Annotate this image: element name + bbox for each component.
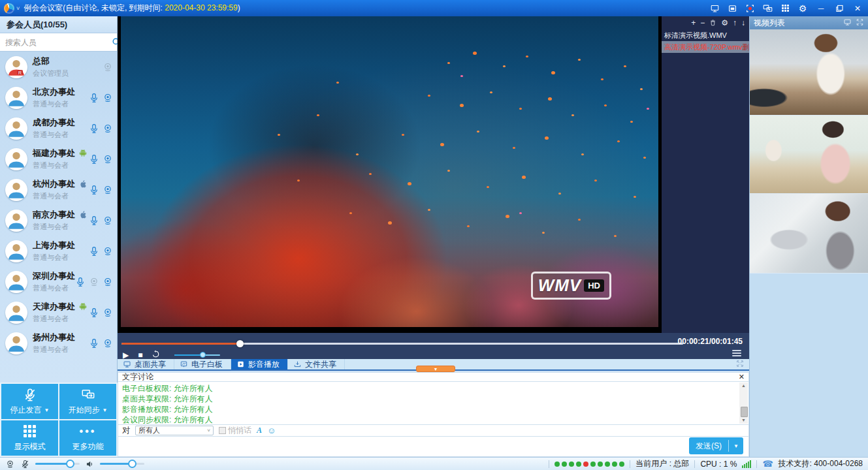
participant-row-shanghai[interactable]: 上海办事处 普通与会者	[0, 236, 117, 266]
mic-icon[interactable]	[89, 215, 99, 227]
playlist-move-down-button[interactable]: ↓	[741, 16, 745, 29]
participant-row-hangzhou[interactable]: 杭州办事处 普通与会者	[0, 174, 117, 205]
seek-bar[interactable]	[121, 340, 683, 347]
mic-icon[interactable]	[89, 307, 99, 319]
seek-thumb[interactable]	[236, 340, 244, 347]
video-thumbnail-1[interactable]	[750, 29, 868, 116]
close-button[interactable]: ✕	[851, 3, 864, 14]
mic-volume-thumb[interactable]	[66, 460, 74, 468]
chat-input-area[interactable]: 发送(S) ▼	[118, 437, 749, 457]
participant-row-fujian[interactable]: 福建办事处 普通与会者	[0, 144, 117, 174]
mic-icon[interactable]	[89, 337, 99, 349]
play-button[interactable]: ▶	[123, 351, 129, 360]
whisper-checkbox[interactable]: 悄悄话	[219, 425, 251, 436]
screen-share-icon[interactable]	[709, 3, 720, 14]
webcam-icon[interactable]	[103, 184, 113, 196]
checkbox-icon[interactable]	[219, 427, 226, 434]
scroll-down-icon[interactable]: ▼	[741, 418, 746, 423]
emoji-icon[interactable]: ☺	[267, 426, 276, 435]
sync-screens-icon	[81, 388, 95, 402]
speaker-volume-slider[interactable]	[100, 461, 144, 467]
webcam-icon[interactable]	[103, 276, 113, 288]
participant-row-hq[interactable]: 总部 会议管理员	[0, 52, 117, 82]
playlist-item-selected[interactable]: 高清演示视频-720P.wmv 删除	[662, 41, 749, 53]
maximize-button[interactable]	[833, 3, 845, 14]
monitor-small-icon[interactable]	[843, 18, 852, 28]
start-sync-button[interactable]: 开始同步▼	[59, 384, 116, 419]
playlist-toggle-icon[interactable]	[732, 349, 741, 358]
participant-row-yangzhou[interactable]: 扬州办事处 普通与会者	[0, 328, 117, 358]
send-options-arrow-icon[interactable]: ▼	[729, 443, 743, 449]
volume-slider[interactable]	[174, 352, 220, 358]
playlist-delete-link[interactable]: 删除	[743, 41, 749, 53]
chat-scrollbar[interactable]: ▲ ▼	[739, 383, 748, 424]
playlist-add-button[interactable]: +	[691, 16, 696, 29]
tab-desktop-share[interactable]: 桌面共享	[118, 359, 174, 369]
dropdown-arrow-icon[interactable]: ▼	[103, 407, 108, 413]
recipient-select[interactable]: 所有人 ˅	[135, 426, 214, 435]
tab-media-playback[interactable]: 影音播放	[231, 359, 288, 369]
search-input[interactable]	[0, 35, 112, 50]
mic-icon[interactable]	[75, 276, 86, 288]
mic-icon[interactable]	[89, 92, 99, 104]
webcam-icon[interactable]	[103, 307, 113, 319]
webcam-icon[interactable]	[103, 61, 113, 73]
webcam-icon[interactable]	[103, 92, 113, 104]
tab-whiteboard[interactable]: 电子白板	[174, 359, 231, 369]
speaker-volume-thumb[interactable]	[128, 460, 137, 468]
minimize-button[interactable]: ─	[814, 3, 828, 14]
webcam-icon[interactable]	[103, 153, 113, 165]
speaker-icon[interactable]	[85, 460, 95, 469]
settings-gear-icon[interactable]: ⚙	[797, 3, 809, 14]
dropdown-arrow-icon[interactable]: ▼	[44, 407, 50, 413]
chat-close-icon[interactable]: ✕	[739, 373, 745, 381]
playlist-settings-icon[interactable]: ⚙	[721, 16, 728, 29]
mic-icon[interactable]	[89, 245, 99, 257]
video-thumbnail-2[interactable]	[750, 116, 868, 194]
avatar	[5, 87, 27, 109]
layout-grid-icon[interactable]	[779, 3, 791, 14]
stop-speaking-button[interactable]: 停止发言▼	[1, 384, 58, 419]
status-dot	[598, 462, 603, 467]
playlist-item[interactable]: 标清演示视频.WMV	[662, 29, 749, 41]
webcam-off-icon[interactable]	[89, 276, 99, 288]
participant-row-beijing[interactable]: 北京办事处 普通与会者	[0, 82, 117, 113]
video-stage: WMV HD	[118, 16, 662, 333]
more-features-button[interactable]: ••• 更多功能	[59, 420, 116, 456]
record-icon[interactable]	[744, 3, 756, 14]
webcam-icon[interactable]	[103, 123, 113, 134]
webcam-icon[interactable]	[103, 245, 113, 257]
video-thumbnail-3[interactable]	[750, 194, 868, 274]
chat-collapse-handle[interactable]: ▼	[416, 366, 455, 372]
fullscreen-expand-icon[interactable]	[736, 360, 744, 369]
whiteboard-icon	[180, 360, 188, 368]
mic-icon[interactable]	[89, 153, 99, 165]
webcam-status-icon[interactable]	[5, 460, 15, 469]
volume-thumb[interactable]	[200, 352, 206, 358]
expand-panel-icon[interactable]	[856, 18, 864, 28]
chat-scroll-thumb[interactable]	[741, 407, 748, 417]
chevron-down-icon[interactable]: ˅	[16, 5, 20, 12]
send-button[interactable]: 发送(S) ▼	[689, 437, 743, 454]
tab-file-share[interactable]: 文件共享	[288, 359, 345, 369]
participant-role: 普通与会者	[33, 130, 89, 140]
font-style-icon[interactable]: A	[257, 426, 262, 435]
network-share-icon[interactable]	[762, 3, 773, 14]
app-logo-icon	[4, 3, 14, 14]
participant-row-chengdu[interactable]: 成都办事处 普通与会者	[0, 113, 117, 144]
display-mode-button[interactable]: 显示模式	[1, 420, 58, 456]
webcam-icon[interactable]	[103, 337, 113, 349]
participant-row-nanjing[interactable]: 南京办事处 普通与会者	[0, 205, 117, 236]
mic-volume-slider[interactable]	[35, 461, 80, 467]
webcam-icon[interactable]	[103, 215, 113, 227]
window-mode-icon[interactable]	[726, 3, 738, 14]
mic-muted-status-icon[interactable]	[20, 460, 30, 469]
playlist-remove-button[interactable]: −	[700, 16, 705, 29]
mic-icon[interactable]	[89, 123, 99, 134]
scroll-up-icon[interactable]: ▲	[741, 383, 746, 388]
playlist-trash-icon[interactable]	[709, 16, 716, 29]
playlist-move-up-button[interactable]: ↑	[733, 16, 737, 29]
participant-row-shenzhen[interactable]: 深圳办事处 普通与会者	[0, 266, 117, 297]
mic-icon[interactable]	[89, 184, 99, 196]
participant-row-tianjin[interactable]: 天津办事处 普通与会者	[0, 297, 117, 328]
